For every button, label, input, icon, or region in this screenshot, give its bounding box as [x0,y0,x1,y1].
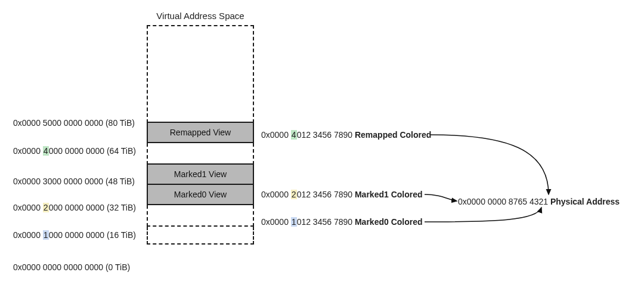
addr-32tib: 0x0000 2000 0000 0000 (32 TiB) [13,203,145,212]
empty-region-bottom [147,227,254,245]
addr-0tib: 0x0000 0000 0000 0000 (0 TiB) [13,262,145,272]
addr-16tib: 0x0000 1000 0000 0000 (16 TiB) [13,230,145,240]
highlight-2: 2 [43,203,49,212]
virtual-address-column: Remapped View Marked1 View Marked0 View [147,25,254,245]
addr-80tib: 0x0000 5000 0000 0000 (80 TiB) [13,118,145,128]
highlight-4-colored: 4 [291,130,297,140]
empty-region-mid1 [147,143,254,165]
remapped-colored-addr: 0x0000 4012 3456 7890 Remapped Colored [261,130,431,140]
highlight-4: 4 [43,146,49,156]
addr-64tib: 0x0000 4000 0000 0000 (64 TiB) [13,146,145,156]
empty-region-top [147,25,254,123]
column-title: Virtual Address Space [147,11,254,21]
highlight-1-colored: 1 [291,217,297,227]
highlight-1: 1 [43,230,49,240]
marked0-colored-addr: 0x0000 1012 3456 7890 Marked0 Colored [261,217,423,227]
marked0-view-box: Marked0 View [147,184,254,205]
marked1-colored-addr: 0x0000 2012 3456 7890 Marked1 Colored [261,190,423,199]
marked1-view-box: Marked1 View [147,163,254,185]
physical-address: 0x0000 0000 8765 4321 Physical Address [458,197,620,206]
addr-48tib: 0x0000 3000 0000 0000 (48 TiB) [13,177,145,186]
remapped-view-box: Remapped View [147,122,254,143]
diagram-stage: Virtual Address Space Remapped View Mark… [0,0,644,300]
empty-region-mid2 [147,205,254,227]
highlight-2-colored: 2 [291,190,297,199]
